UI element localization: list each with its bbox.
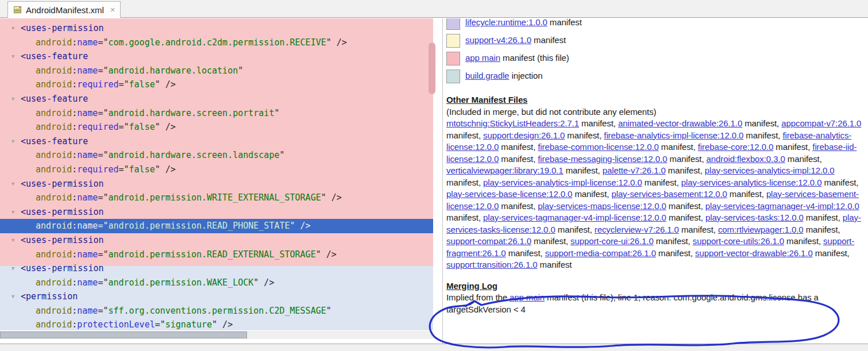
manifest-link[interactable]: play-services-tasks:12.0.0 [705, 213, 804, 222]
tab-title: AndroidManifest.xml [26, 5, 104, 15]
xml-line[interactable]: android:required="false" /> [0, 163, 433, 177]
xml-line[interactable]: android:required="false" /> [0, 78, 433, 92]
legend-row: lifecycle:runtime:1.0.0 manifest [446, 18, 866, 32]
legend-link[interactable]: support-v4:26.1.0 [465, 35, 531, 45]
manifest-link[interactable]: support-media-compat:26.1.0 [545, 248, 656, 258]
manifest-link[interactable]: play-services-maps-license:12.0.0 [538, 201, 666, 211]
legend-row: support-v4:26.1.0 manifest [446, 32, 866, 49]
xml-line-selected[interactable]: android:name="android.permission.READ_PH… [0, 219, 433, 233]
merged-manifest-panel: lifecycle:runtime:1.0.0 manifestsupport-… [442, 18, 868, 344]
manifest-link[interactable]: play-services-base-license:12.0.0 [446, 189, 572, 199]
manifest-link[interactable]: firebase-common-license:12.0.0 [538, 142, 658, 152]
legend-color-swatch [446, 18, 460, 30]
other-manifest-files-list: mtotschnig:StickyListHeaders:2.7.1 manif… [446, 118, 866, 271]
xml-line[interactable]: ▼<uses-feature [0, 49, 433, 64]
manifest-link[interactable]: play-services-analytics-impl:12.0.0 [705, 165, 835, 175]
manifest-file-icon: <> [13, 5, 22, 14]
legend-row: build.gradle injection [446, 67, 866, 85]
tab-close-icon[interactable]: × [110, 5, 115, 14]
collapse-arrow-icon: ▼ [11, 92, 14, 106]
merging-log-section: Merging Log Implied from the app main ma… [446, 280, 866, 316]
legend-link[interactable]: build.gradle [465, 71, 509, 80]
merged-manifest-window: <> AndroidManifest.xml × ▼<uses-permissi… [0, 0, 868, 351]
manifest-link[interactable]: com:rtlviewpager:1.0.0 [718, 225, 804, 234]
collapse-arrow-icon: ▼ [11, 49, 14, 64]
xml-line[interactable]: android:name="android.permission.WRITE_E… [0, 191, 433, 205]
manifest-link[interactable]: play-services-tagmanager-v4-impl-license… [483, 213, 666, 222]
manifest-source-legend: lifecycle:runtime:1.0.0 manifestsupport-… [446, 18, 866, 85]
tab-bar: <> AndroidManifest.xml × [0, 0, 868, 18]
legend-label: app main manifest (this file) [465, 52, 569, 64]
legend-color-swatch [446, 70, 460, 83]
manifest-link[interactable]: play-services-tagmanager-v4-impl:12.0.0 [705, 201, 859, 211]
merging-log-app-main-link[interactable]: app main [510, 292, 545, 302]
manifest-link[interactable]: recyclerview-v7:26.1.0 [595, 225, 679, 234]
manifest-link[interactable]: palette-v7:26.1.0 [603, 165, 666, 175]
xml-line[interactable]: android:name="android.permission.WAKE_LO… [0, 276, 433, 290]
legend-color-swatch [446, 52, 460, 65]
collapse-arrow-icon: ▼ [11, 233, 14, 248]
manifest-link[interactable]: support-vector-drawable:26.1.0 [695, 248, 813, 258]
tab-androidmanifest[interactable]: <> AndroidManifest.xml × [7, 1, 121, 18]
manifest-link[interactable]: play-services-analytics-impl-license:12.… [483, 178, 642, 187]
manifest-link[interactable]: verticalviewpager:library:19.0.1 [446, 165, 564, 175]
collapse-arrow-icon: ▼ [11, 290, 14, 304]
manifest-link[interactable]: appcompat-v7:26.1.0 [781, 118, 861, 128]
manifest-link[interactable]: play-services-analytics-license:12.0.0 [681, 178, 822, 187]
editor-horizontal-scrollbar[interactable] [0, 331, 247, 338]
xml-line[interactable]: ▼<uses-permission [0, 177, 433, 191]
other-manifest-files-heading: Other Manifest Files [446, 94, 866, 106]
xml-line[interactable]: ▼<uses-feature [0, 92, 433, 106]
manifest-link[interactable]: mtotschnig:StickyListHeaders:2.7.1 [446, 118, 579, 128]
xml-line[interactable]: android:required="false" /> [0, 120, 433, 134]
manifest-link[interactable]: support-compat:26.1.0 [446, 236, 531, 246]
manifest-link[interactable]: firebase-messaging-license:12.0.0 [538, 154, 667, 164]
xml-line[interactable]: android:name="android.permission.READ_EX… [0, 248, 433, 262]
xml-line[interactable]: ▼<uses-permission [0, 205, 433, 219]
legend-label: support-v4:26.1.0 manifest [465, 34, 566, 47]
xml-line[interactable]: android:protectionLevel="signature" /> [0, 318, 433, 330]
merging-log-heading: Merging Log [446, 280, 866, 292]
manifest-link[interactable]: support:transition:26.1.0 [446, 260, 537, 269]
xml-line[interactable]: android:name="android.hardware.location" [0, 64, 433, 78]
legend-row: app main manifest (this file) [446, 49, 866, 67]
legend-link[interactable]: lifecycle:runtime:1.0.0 [465, 18, 547, 27]
collapse-arrow-icon: ▼ [11, 21, 14, 36]
xml-line[interactable]: ▼<uses-feature [0, 134, 433, 149]
manifest-link[interactable]: support:design:26.1.0 [483, 130, 565, 140]
xml-line[interactable]: android:name="com.google.android.c2dm.pe… [0, 36, 433, 50]
collapse-arrow-icon: ▼ [11, 134, 14, 149]
collapse-arrow-icon: ▼ [11, 177, 14, 191]
bottom-strip [0, 344, 868, 351]
manifest-link[interactable]: support-core-ui:26.1.0 [570, 236, 654, 246]
xml-line[interactable]: android:name="android.hardware.screen.po… [0, 106, 433, 121]
other-manifest-files-note: (Included in merge, but did not contribu… [446, 106, 866, 118]
xml-line[interactable]: ▼<uses-permission [0, 21, 433, 36]
editor-vertical-scrollbar[interactable] [429, 43, 435, 94]
legend-label: build.gradle injection [465, 70, 543, 82]
xml-line[interactable]: ▼<uses-permission [0, 261, 433, 276]
manifest-link[interactable]: animated-vector-drawable:26.1.0 [618, 118, 742, 128]
manifest-link[interactable]: firebase-analytics-impl-license:12.0.0 [604, 130, 743, 140]
xml-editor-pane: ▼<uses-permissionandroid:name="com.googl… [0, 18, 433, 330]
manifest-link[interactable]: support-core-utils:26.1.0 [693, 236, 784, 246]
xml-line[interactable]: android:name="android.hardware.screen.la… [0, 148, 433, 163]
collapse-arrow-icon: ▼ [11, 205, 14, 219]
legend-link[interactable]: app main [465, 53, 500, 63]
manifest-link[interactable]: android:flexbox:0.3.0 [707, 154, 785, 164]
xml-line[interactable]: ▼<uses-permission [0, 233, 433, 248]
legend-label: lifecycle:runtime:1.0.0 manifest [465, 18, 582, 29]
collapse-arrow-icon: ▼ [11, 261, 14, 276]
merging-log-entry: Implied from the app main manifest (this… [446, 292, 866, 315]
manifest-link[interactable]: firebase-core:12.0.0 [698, 142, 773, 152]
xml-line[interactable]: android:name="sff.org.conventions.permis… [0, 304, 433, 318]
manifest-link[interactable]: play-services-basement:12.0.0 [611, 189, 727, 199]
xml-line[interactable]: ▼<permission [0, 290, 433, 304]
legend-color-swatch [446, 34, 460, 48]
